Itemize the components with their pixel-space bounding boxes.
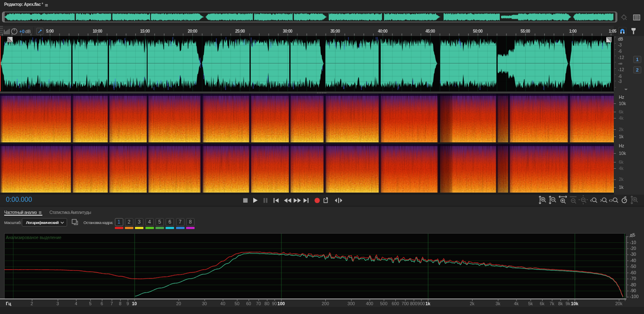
svg-text:500: 500 (380, 301, 388, 306)
svg-text:400: 400 (366, 301, 374, 306)
svg-text:-80: -80 (630, 282, 636, 287)
svg-text:-50: -50 (630, 264, 636, 269)
svg-text:20: 20 (176, 301, 181, 306)
svg-text:3k: 3k (496, 301, 501, 306)
svg-text:9k: 9k (566, 301, 571, 306)
svg-text:200: 200 (322, 301, 329, 306)
svg-text:5: 5 (89, 301, 91, 306)
svg-text:-60: -60 (630, 270, 636, 275)
svg-text:90: 90 (272, 301, 277, 306)
svg-text:6k: 6k (540, 301, 545, 306)
svg-text:800: 800 (410, 301, 418, 306)
svg-text:30: 30 (202, 301, 207, 306)
svg-text:-90: -90 (630, 288, 636, 293)
svg-text:дБ: дБ (630, 232, 635, 237)
svg-text:3: 3 (57, 301, 59, 306)
svg-text:5k: 5k (528, 301, 533, 306)
svg-text:600: 600 (392, 301, 399, 306)
svg-text:100: 100 (278, 301, 285, 306)
svg-text:-10: -10 (630, 240, 636, 245)
svg-text:-30: -30 (630, 252, 636, 257)
svg-text:20k: 20k (615, 301, 623, 306)
svg-text:2k: 2k (470, 301, 475, 306)
svg-text:7k: 7k (550, 301, 555, 306)
svg-text:9: 9 (127, 301, 129, 306)
svg-text:10: 10 (132, 301, 137, 306)
svg-text:40: 40 (221, 301, 226, 306)
svg-text:6: 6 (101, 301, 103, 306)
svg-text:-100: -100 (630, 294, 639, 299)
svg-text:8k: 8k (558, 301, 563, 306)
svg-text:2: 2 (31, 301, 33, 306)
svg-text:Гц: Гц (6, 301, 11, 306)
svg-text:70: 70 (256, 301, 261, 306)
svg-text:300: 300 (348, 301, 355, 306)
svg-text:60: 60 (246, 301, 251, 306)
svg-text:50: 50 (234, 301, 239, 306)
svg-text:700: 700 (402, 301, 409, 306)
svg-text:-40: -40 (630, 258, 636, 263)
svg-text:4: 4 (75, 301, 77, 306)
svg-text:-70: -70 (630, 276, 636, 281)
svg-text:80: 80 (265, 301, 270, 306)
svg-text:900: 900 (418, 301, 425, 306)
svg-text:4k: 4k (514, 301, 519, 306)
svg-text:10k: 10k (571, 301, 579, 306)
svg-text:8: 8 (119, 301, 122, 306)
svg-text:7: 7 (110, 301, 113, 306)
svg-text:Анализированое выделение: Анализированое выделение (6, 235, 62, 240)
svg-text:1k: 1k (426, 301, 431, 306)
svg-text:-20: -20 (630, 246, 636, 251)
